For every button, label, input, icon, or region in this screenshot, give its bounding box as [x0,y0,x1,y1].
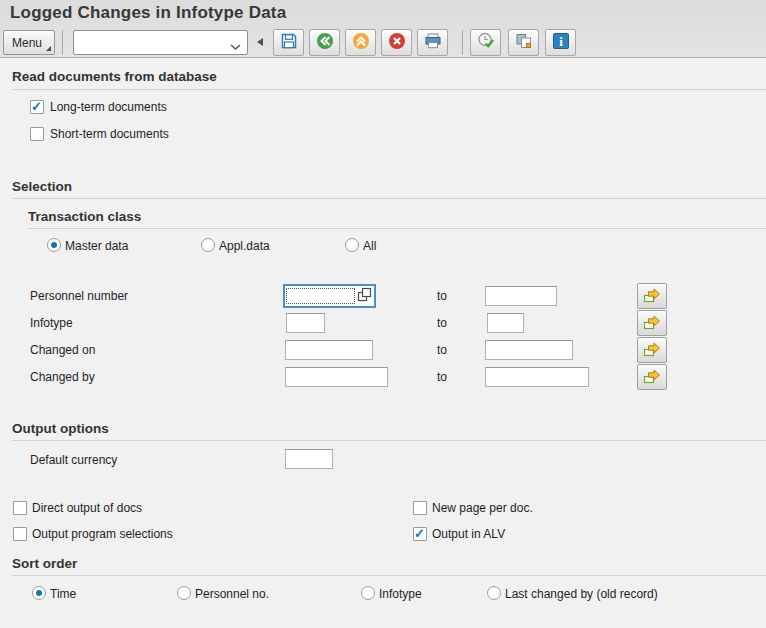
to-label: to [437,343,447,357]
radio-sort-infotype[interactable] [361,586,375,600]
changed-on-from-input[interactable] [285,340,373,360]
copy-button[interactable] [508,29,539,56]
changed-on-to-input[interactable] [485,340,573,360]
radio-label-infotype: Infotype [379,587,422,601]
checkbox-new-page-per-doc[interactable] [413,501,427,515]
multiple-selection-button-personnel[interactable] [637,283,667,309]
section-divider [12,575,766,576]
copy-icon [514,31,534,54]
checkbox-output-program-selections[interactable] [13,527,27,541]
info-button[interactable]: i [545,29,576,56]
multiple-selection-icon [642,312,662,335]
checkbox-direct-output-of-docs[interactable] [13,501,27,515]
variant-combobox[interactable] [73,30,248,55]
checkbox-label-long-term: Long-term documents [50,100,167,114]
checkbox-label-new-page: New page per doc. [432,501,533,515]
checkbox-output-in-alv[interactable] [413,527,427,541]
menu-button[interactable]: Menu [3,30,55,55]
to-label: to [437,316,447,330]
multiple-selection-button-changed-on[interactable] [637,337,667,363]
checkbox-long-term-documents[interactable] [30,100,44,114]
execute-button[interactable] [470,29,501,56]
radio-label-all: All [363,239,376,253]
infotype-from-input[interactable] [286,313,325,333]
radio-sort-last-changed-by[interactable] [487,586,501,600]
checkbox-label-direct-output: Direct output of docs [32,501,142,515]
radio-all[interactable] [345,238,359,252]
section-divider [12,198,766,199]
multiple-selection-icon [642,366,662,389]
radio-sort-personnel-no[interactable] [177,586,191,600]
field-label-infotype: Infotype [30,316,73,330]
back-button[interactable] [309,29,340,56]
execute-icon [476,31,496,54]
matchcode-icon [356,286,373,306]
exit-button[interactable] [345,29,376,56]
checkbox-label-short-term: Short-term documents [50,127,169,141]
radio-sort-time[interactable] [32,586,46,600]
menu-corner-icon [46,46,51,51]
to-label: to [437,370,447,384]
exit-icon [351,31,371,54]
save-button[interactable] [273,29,304,56]
radio-label-last-changed-by: Last changed by (old record) [505,587,658,601]
print-icon [423,31,443,54]
section-divider [12,440,766,441]
print-button[interactable] [417,29,448,56]
section-title-selection: Selection [12,179,72,194]
changed-by-to-input[interactable] [485,367,589,387]
radio-appl-data[interactable] [201,238,215,252]
radio-label-time: Time [50,587,76,601]
toolbar-separator [462,30,463,55]
field-label-default-currency: Default currency [30,453,117,467]
checkbox-label-output-program: Output program selections [32,527,173,541]
checkbox-short-term-documents[interactable] [30,127,44,141]
infotype-to-input[interactable] [487,313,524,333]
field-label-changed-on: Changed on [30,343,95,357]
back-icon [315,31,335,54]
info-icon: i [551,31,571,54]
toolbar-separator [62,30,63,55]
collapse-toolbar-icon[interactable] [257,38,263,46]
menu-button-label: Menu [12,36,42,50]
cancel-button[interactable] [381,29,412,56]
multiple-selection-icon [642,285,662,308]
page-title: Logged Changes in Infotype Data [10,3,286,23]
radio-label-appl-data: Appl.data [219,239,270,253]
multiple-selection-button-changed-by[interactable] [637,364,667,390]
svg-text:i: i [559,34,563,49]
personnel-number-to-input[interactable] [485,286,557,306]
save-icon [279,31,299,54]
section-title-read-docs: Read documents from database [12,69,217,84]
multiple-selection-icon [642,339,662,362]
section-title-sort-order: Sort order [12,556,77,571]
sap-window: Logged Changes in Infotype Data Menu [0,0,766,628]
personnel-number-from-input[interactable] [286,288,355,304]
changed-by-from-input[interactable] [285,367,388,387]
titlebar: Logged Changes in Infotype Data Menu [0,0,766,58]
cancel-icon [387,31,407,54]
radio-master-data[interactable] [47,238,61,252]
personnel-number-from-field [283,284,376,308]
section-title-output-options: Output options [12,421,109,436]
default-currency-input[interactable] [285,449,333,469]
radio-label-personnel-no: Personnel no. [195,587,269,601]
section-divider [28,228,766,229]
radio-label-master-data: Master data [65,239,128,253]
section-title-transaction-class: Transaction class [28,209,141,224]
field-label-personnel-number: Personnel number [30,289,128,303]
checkbox-label-output-alv: Output in ALV [432,527,505,541]
to-label: to [437,289,447,303]
field-label-changed-by: Changed by [30,370,95,384]
matchcode-button[interactable] [355,287,374,306]
multiple-selection-button-infotype[interactable] [637,310,667,336]
section-divider [12,89,766,90]
chevron-down-icon [230,40,241,54]
